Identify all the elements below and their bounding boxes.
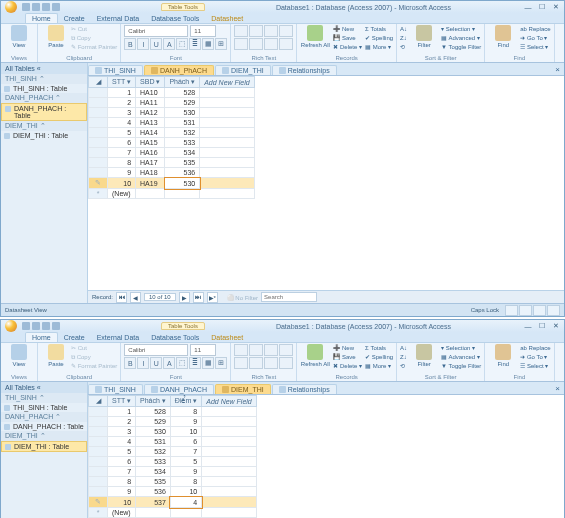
object-tab-DANH_PhACH[interactable]: DANH_PhACH <box>144 65 214 75</box>
record-prev[interactable]: ◀ <box>130 292 141 303</box>
nav-item-THI_SINH[interactable]: THI_SINH : Table <box>1 403 87 412</box>
replace-button[interactable]: ab Replace <box>520 344 550 353</box>
sort-asc-button[interactable]: A↓ <box>400 25 407 34</box>
richtext-btn[interactable] <box>279 38 293 50</box>
object-tab-THI_SINH[interactable]: THI_SINH <box>88 384 143 394</box>
nav-item-DANH_PHACH[interactable]: DANH_PHACH : Table <box>1 422 87 431</box>
cell[interactable]: 3 <box>108 427 136 437</box>
record-last[interactable]: ⏭ <box>193 292 204 303</box>
replace-button[interactable]: ab Replace <box>520 25 550 34</box>
cell[interactable]: HA17 <box>136 158 165 168</box>
cell[interactable]: 528 <box>165 88 200 98</box>
font-format-btn-3[interactable]: A <box>163 357 175 369</box>
cell[interactable]: HA11 <box>136 98 165 108</box>
richtext-btn[interactable] <box>234 344 248 356</box>
ribbon-tab-External Data[interactable]: External Data <box>91 333 145 342</box>
row-selector[interactable] <box>89 88 108 98</box>
nav-item-DIEM_THI[interactable]: DIEM_THI : Table <box>1 131 87 140</box>
row-selector[interactable] <box>89 487 108 497</box>
nav-pane-header[interactable]: All Tables « <box>1 63 87 74</box>
record-search-input[interactable] <box>261 292 317 302</box>
spelling-button[interactable]: ✔ Spelling <box>365 353 393 362</box>
cell[interactable]: 530 <box>165 178 200 189</box>
row-selector[interactable] <box>89 467 108 477</box>
object-tab-Relationships[interactable]: Relationships <box>272 384 337 394</box>
qat-button[interactable] <box>32 3 40 11</box>
cell[interactable]: 537 <box>136 497 171 508</box>
cell[interactable]: 533 <box>165 138 200 148</box>
toggle-filter-button[interactable]: ▼ Toggle Filter <box>441 362 481 371</box>
qat-button[interactable] <box>52 322 60 330</box>
cell[interactable]: 8 <box>108 477 136 487</box>
font-format-btn-2[interactable]: U <box>150 357 162 369</box>
font-name-combo[interactable]: Calibri <box>124 25 188 37</box>
filter-button[interactable]: Filter <box>409 344 439 371</box>
richtext-btn[interactable] <box>234 357 248 369</box>
row-selector[interactable] <box>89 138 108 148</box>
ribbon-tab-Home[interactable]: Home <box>25 332 58 342</box>
qat-button[interactable] <box>42 322 50 330</box>
row-selector[interactable]: ✎ <box>89 497 108 508</box>
clear-sort-button[interactable]: ⟲ <box>400 362 407 371</box>
window-minimize-button[interactable]: — <box>522 322 534 331</box>
clear-sort-button[interactable]: ⟲ <box>400 43 407 52</box>
richtext-btn[interactable] <box>234 25 248 37</box>
view-switch-button[interactable] <box>547 305 560 316</box>
cell[interactable]: 531 <box>165 118 200 128</box>
cell[interactable]: 536 <box>136 487 171 497</box>
cell[interactable]: HA15 <box>136 138 165 148</box>
cell[interactable]: 532 <box>165 128 200 138</box>
font-format-btn-4[interactable]: ⬚ <box>176 38 188 50</box>
window-minimize-button[interactable]: — <box>522 3 534 12</box>
find-button[interactable]: Find <box>488 344 518 371</box>
row-selector[interactable] <box>89 118 108 128</box>
ribbon-tab-Home[interactable]: Home <box>25 13 58 23</box>
richtext-btn[interactable] <box>249 38 263 50</box>
add-new-field[interactable]: Add New Field <box>202 396 257 407</box>
richtext-btn[interactable] <box>264 25 278 37</box>
select-button[interactable]: ☰ Select ▾ <box>520 43 550 52</box>
object-tab-DIEM_THI[interactable]: DIEM_THI <box>215 65 271 75</box>
font-size-combo[interactable]: 11 <box>190 25 216 37</box>
cell[interactable]: 9 <box>170 467 201 477</box>
column-header-SBD[interactable]: SBD ▾ <box>136 77 165 88</box>
richtext-btn[interactable] <box>279 25 293 37</box>
cell[interactable]: 5 <box>170 457 201 467</box>
select-button[interactable]: ☰ Select ▾ <box>520 362 550 371</box>
object-tab-Relationships[interactable]: Relationships <box>272 65 337 75</box>
font-format-btn-0[interactable]: B <box>124 38 136 50</box>
nav-group-DANH_PHACH[interactable]: DANH_PHACH ⌃ <box>1 412 87 422</box>
record-position[interactable]: 10 of 10 <box>144 293 176 301</box>
richtext-btn[interactable] <box>234 38 248 50</box>
cell[interactable]: HA14 <box>136 128 165 138</box>
object-tab-DANH_PhACH[interactable]: DANH_PhACH <box>144 384 214 394</box>
close-tab-button[interactable]: × <box>555 65 560 74</box>
cell[interactable]: HA13 <box>136 118 165 128</box>
selection-button[interactable]: ▾ Selection ▾ <box>441 344 481 353</box>
cell[interactable]: 531 <box>136 437 171 447</box>
object-tab-DIEM_THI[interactable]: DIEM_THI <box>215 384 271 394</box>
cell[interactable]: 529 <box>165 98 200 108</box>
row-selector[interactable] <box>89 437 108 447</box>
delete-record-button[interactable]: ✖ Delete ▾ <box>333 362 362 371</box>
cell[interactable]: 7 <box>108 148 136 158</box>
column-header-Phách[interactable]: Phách ▾ <box>136 396 171 407</box>
cell[interactable]: 10 <box>170 487 201 497</box>
richtext-btn[interactable] <box>264 344 278 356</box>
row-selector[interactable] <box>89 457 108 467</box>
column-header-STT[interactable]: STT ▾ <box>108 77 136 88</box>
font-format-btn-0[interactable]: B <box>124 357 136 369</box>
nav-item-THI_SINH[interactable]: THI_SINH : Table <box>1 84 87 93</box>
sort-desc-button[interactable]: Z↓ <box>400 34 407 43</box>
font-format-btn-5[interactable]: ≣ <box>189 38 201 50</box>
nav-pane-header[interactable]: All Tables « <box>1 382 87 393</box>
row-selector[interactable] <box>89 148 108 158</box>
paste-button[interactable]: Paste <box>41 344 71 371</box>
cell[interactable]: 534 <box>165 148 200 158</box>
cell[interactable]: 6 <box>170 437 201 447</box>
cell[interactable]: 7 <box>170 447 201 457</box>
record-new[interactable]: ▶* <box>207 292 218 303</box>
cell[interactable]: 532 <box>136 447 171 457</box>
nav-group-DIEM_THI[interactable]: DIEM_THI ⌃ <box>1 431 87 441</box>
font-format-btn-7[interactable]: ⊞ <box>215 38 227 50</box>
